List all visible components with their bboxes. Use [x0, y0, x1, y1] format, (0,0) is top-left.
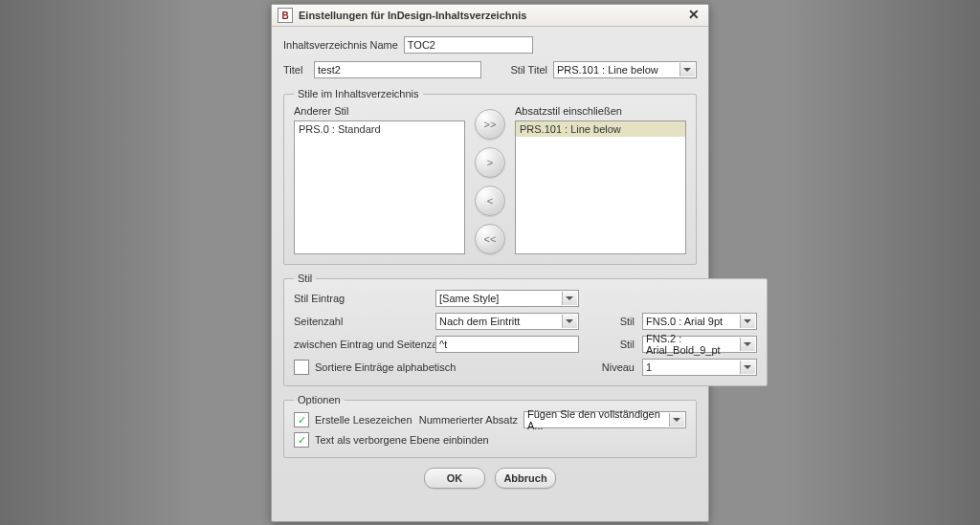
- niveau-combo[interactable]: 1: [642, 359, 757, 376]
- chevron-down-icon: [744, 319, 751, 323]
- list-item[interactable]: PRS.101 : Line below: [516, 121, 685, 137]
- chevron-down-icon: [566, 296, 573, 300]
- list-item[interactable]: PRS.0 : Standard: [295, 121, 464, 137]
- other-style-label: Anderer Stil: [294, 105, 465, 117]
- include-style-label: Absatzstil einschließen: [515, 105, 686, 117]
- app-icon: B: [278, 8, 293, 23]
- sort-alpha-checkbox[interactable]: [294, 360, 309, 375]
- between-style-label: Stil: [587, 339, 635, 350]
- between-label: zwischen Eintrag und Seitenzahl: [294, 339, 428, 350]
- title-input[interactable]: [314, 61, 481, 78]
- style-title-combo[interactable]: PRS.101 : Line below: [553, 61, 697, 78]
- hidden-layer-label: Text als verborgene Ebene einbinden: [315, 434, 489, 446]
- hidden-layer-checkbox[interactable]: ✓: [294, 432, 309, 448]
- styles-legend: Stile im Inhaltsverzeichnis: [294, 88, 423, 99]
- close-icon[interactable]: ✕: [685, 8, 702, 23]
- toc-name-input[interactable]: [404, 36, 533, 54]
- remove-all-button[interactable]: <<: [475, 224, 505, 254]
- pagenum-value: Nach dem Eintritt: [439, 316, 520, 327]
- entry-style-combo[interactable]: [Same Style]: [435, 290, 579, 307]
- between-input[interactable]: [435, 336, 579, 353]
- include-style-list[interactable]: PRS.101 : Line below: [515, 120, 686, 254]
- between-style-value: FNS.2 : Arial_Bold_9_pt: [646, 333, 739, 356]
- entry-style-label: Stil Eintrag: [294, 293, 428, 304]
- add-button[interactable]: >: [475, 147, 505, 178]
- cancel-button[interactable]: Abbruch: [495, 468, 556, 489]
- pagenum-style-combo[interactable]: FNS.0 : Arial 9pt: [642, 313, 757, 330]
- dialog-window: B Einstellungen für InDesign-Inhaltsverz…: [271, 4, 709, 522]
- numbered-value: Fügen Sie den vollständigen A...: [527, 408, 668, 431]
- ok-button[interactable]: OK: [424, 468, 485, 489]
- bookmark-label: Erstelle Lesezeichen: [315, 414, 412, 426]
- pagenum-style-label: Stil: [587, 316, 635, 327]
- remove-button[interactable]: <: [475, 186, 505, 216]
- stil-legend: Stil: [294, 273, 316, 284]
- toc-name-label: Inhaltsverzeichnis Name: [283, 39, 398, 51]
- stil-fieldset: Stil Stil Eintrag [Same Style] Seitenzah…: [283, 273, 768, 386]
- style-title-label: Stil Titel: [510, 64, 547, 76]
- titlebar: B Einstellungen für InDesign-Inhaltsverz…: [272, 5, 708, 27]
- numbered-label: Nummerierter Absatz: [419, 414, 523, 426]
- options-fieldset: Optionen ✓ Erstelle Lesezeichen Nummerie…: [283, 394, 697, 458]
- pagenum-label: Seitenzahl: [294, 316, 428, 327]
- entry-style-value: [Same Style]: [439, 293, 499, 304]
- bookmark-checkbox[interactable]: ✓: [294, 412, 309, 427]
- dialog-title: Einstellungen für InDesign-Inhaltsverzei…: [299, 10, 526, 21]
- chevron-down-icon: [744, 365, 751, 369]
- pagenum-combo[interactable]: Nach dem Eintritt: [435, 313, 579, 330]
- options-legend: Optionen: [294, 394, 345, 405]
- pagenum-style-value: FNS.0 : Arial 9pt: [646, 316, 723, 327]
- chevron-down-icon: [744, 342, 751, 346]
- chevron-down-icon: [683, 68, 691, 72]
- chevron-down-icon: [673, 418, 680, 422]
- niveau-value: 1: [646, 361, 652, 373]
- chevron-down-icon: [566, 319, 573, 323]
- style-title-value: PRS.101 : Line below: [557, 64, 658, 76]
- between-style-combo[interactable]: FNS.2 : Arial_Bold_9_pt: [642, 336, 757, 353]
- numbered-combo[interactable]: Fügen Sie den vollständigen A...: [523, 411, 686, 428]
- styles-fieldset: Stile im Inhaltsverzeichnis Anderer Stil…: [283, 88, 697, 265]
- niveau-label: Niveau: [587, 361, 635, 373]
- add-all-button[interactable]: >>: [475, 109, 505, 140]
- other-style-list[interactable]: PRS.0 : Standard: [294, 120, 465, 254]
- title-label: Titel: [283, 64, 308, 76]
- sort-alpha-label: Sortiere Einträge alphabetisch: [315, 361, 456, 373]
